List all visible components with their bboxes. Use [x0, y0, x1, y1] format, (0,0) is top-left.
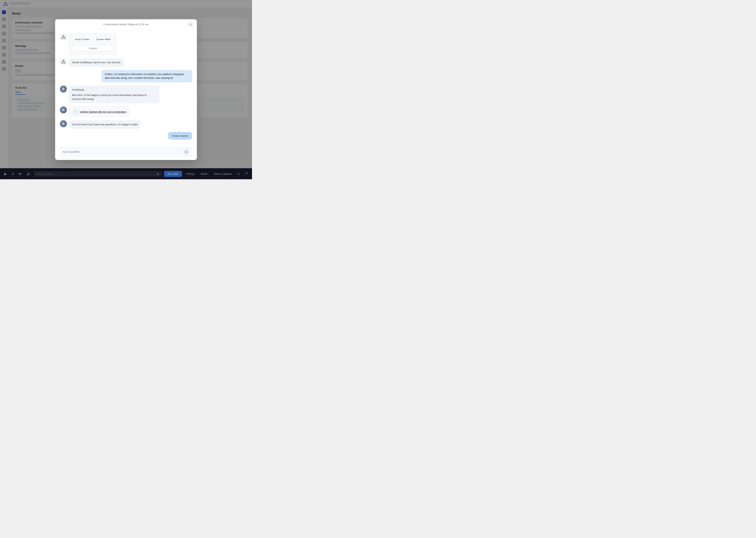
modal-send-button[interactable]: ▶ [184, 149, 189, 155]
human-avatar-initials-2: B [60, 106, 67, 114]
submit-button[interactable]: Submit [72, 45, 114, 52]
user-thanks-text: Great, thanks! [172, 134, 188, 137]
chat-modal: Conversation started Today at 11:30 am ×… [55, 19, 197, 160]
modal-input-row[interactable]: ▶ [60, 147, 192, 157]
bot-avatar-2 [60, 58, 67, 65]
bot-message-bubble: Great! Grabbing a rep for you, one secon… [69, 58, 124, 67]
user-thanks-row: Great, thanks! [60, 132, 192, 140]
user-message-row-1: Hi Ben, I'm looking for information on w… [60, 70, 192, 82]
link-text[interactable]: Getting Started with the Gong Integratio… [80, 110, 126, 113]
form-tag-role: Head of Sales [72, 37, 92, 42]
modal-footer: ▶ [55, 144, 197, 160]
human-avatar-initials: B [60, 85, 67, 92]
user-message-text-1: Hi Ben, I'm looking for information on w… [105, 73, 184, 80]
document-icon: 📄 [72, 109, 78, 114]
human-message-bubble-3: Let me know if you have any questions, I… [69, 120, 141, 129]
human-greeting: Hi Michael, [72, 88, 156, 92]
human-message-bubble-1: Hi Michael, Ben here, I'd be happy to se… [69, 85, 160, 103]
human-agent-row-3: B Let me know if you have any questions,… [60, 120, 192, 129]
bot-form-row: Head of Sales Dunder Mifflin Submit [60, 33, 192, 55]
bot-text-row: Great! Grabbing a rep for you, one secon… [60, 58, 192, 67]
modal-body[interactable]: Head of Sales Dunder Mifflin Submit Grea… [55, 29, 197, 144]
human-avatar-initials-3: B [60, 120, 67, 127]
human-agent-row-2: B 📄 Getting Started with the Gong Integr… [60, 106, 192, 117]
modal-overlay: Conversation started Today at 11:30 am ×… [0, 0, 252, 179]
modal-title: Conversation started Today at 11:30 am [103, 23, 149, 26]
human-avatar-1: B [60, 85, 67, 92]
link-bubble[interactable]: 📄 Getting Started with the Gong Integrat… [69, 106, 129, 117]
human-help-text: Let me know if you have any questions, I… [72, 123, 138, 126]
form-tags: Head of Sales Dunder Mifflin [72, 37, 114, 42]
user-bubble-1: Hi Ben, I'm looking for information on w… [102, 70, 192, 82]
modal-question-input[interactable] [63, 150, 182, 153]
bot-avatar-1 [60, 33, 67, 40]
bot-message-text: Great! Grabbing a rep for you, one secon… [72, 61, 121, 64]
human-avatar-2: B [60, 106, 67, 114]
user-thanks-bubble: Great, thanks! [168, 132, 192, 140]
human-avatar-3: B [60, 120, 67, 127]
human-agent-row-1: B Hi Michael, Ben here, I'd be happy to … [60, 85, 192, 103]
form-tag-company: Dunder Mifflin [94, 37, 114, 42]
human-body-text: Ben here, I'd be happy to send you some … [72, 93, 156, 101]
modal-header: Conversation started Today at 11:30 am × [55, 19, 197, 29]
close-button[interactable]: × [188, 22, 193, 27]
form-bubble: Head of Sales Dunder Mifflin Submit [69, 33, 117, 55]
